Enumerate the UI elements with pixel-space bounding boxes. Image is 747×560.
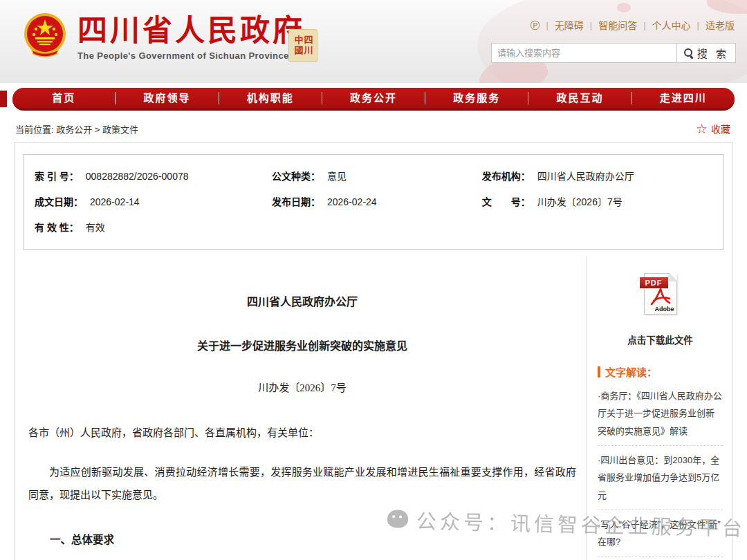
star-icon: ☆ xyxy=(696,122,708,136)
list-item[interactable]: ·四川出台意见：到2030年，全省服务业增加值力争达到5万亿元 xyxy=(598,446,723,510)
document-number: 川办发〔2026〕7号 xyxy=(28,380,576,394)
divider: | xyxy=(643,20,645,30)
search-button[interactable]: 搜 索 xyxy=(676,44,735,62)
adobe-label: Adobe xyxy=(655,306,674,312)
divider: | xyxy=(697,20,699,30)
search-button-label: 搜 索 xyxy=(697,46,729,60)
site-header: 四川省人民政府 The People's Government of Sichu… xyxy=(0,0,747,83)
main-navigation: 首页 政府领导 机构职能 政务公开 政务服务 政民互动 走进四川 xyxy=(12,88,735,111)
meta-written-date: 成文日期： 2026-02-14 xyxy=(35,194,272,208)
meta-document-number: 文 号： 川办发〔2026〕7号 xyxy=(482,194,712,208)
meta-issuing-agency: 发布机构： 四川省人民政府办公厅 xyxy=(482,169,712,183)
orange-bar-icon xyxy=(598,366,600,377)
breadcrumb[interactable]: 当前位置: 政务公开 > 政策文件 xyxy=(15,122,138,136)
pdf-badge: PDF xyxy=(640,277,668,288)
search-icon xyxy=(683,48,694,58)
favorite-label: 收藏 xyxy=(711,122,730,136)
nav-item-gov-services[interactable]: 政务服务 xyxy=(425,88,528,109)
document-body: 四川省人民政府办公厅 关于进一步促进服务业创新突破的实施意见 川办发〔2026〕… xyxy=(15,256,586,560)
pdf-download-block[interactable]: PDF Adobe 点击下载此文件 xyxy=(598,273,723,346)
nav-item-home[interactable]: 首页 xyxy=(12,88,115,109)
sichuan-map-silhouette xyxy=(617,3,631,12)
nav-item-gov-info-disclosure[interactable]: 政务公开 xyxy=(322,88,425,109)
seal-text: 中國 xyxy=(294,35,303,56)
sichuan-map-silhouette xyxy=(707,0,747,14)
sichuan-map-silhouette xyxy=(477,0,747,83)
link-accessibility[interactable]: 无障碍 xyxy=(555,18,584,32)
document-issuing-org: 四川省人民政府办公厅 xyxy=(28,292,576,309)
meta-validity: 有 效 性： 有效 xyxy=(35,220,272,234)
meta-publish-date: 发布日期： 2026-02-24 xyxy=(272,194,482,208)
document-metadata-table: 索 引 号： 008282882/2026-00078 公文种类： 意见 发布机… xyxy=(23,154,724,250)
document-salutation: 各市（州）人民政府，省政府各部门、各直属机构，有关单位： xyxy=(28,423,576,443)
national-emblem-icon xyxy=(24,11,66,59)
divider: | xyxy=(590,20,592,30)
pdf-file-icon[interactable]: PDF Adobe xyxy=(644,273,677,315)
document-paragraph: 为适应创新驱动发展、消费拉动经济增长需要，发挥服务业赋能产业发展和增进民生福祉重… xyxy=(28,461,576,508)
breadcrumb-row: 当前位置: 政务公开 > 政策文件 ☆ 收藏 xyxy=(15,122,730,136)
nav-item-government-leaders[interactable]: 政府领导 xyxy=(116,88,218,109)
site-subtitle: The People's Government of Sichuan Provi… xyxy=(77,50,305,61)
seal-text: 四川 xyxy=(304,35,313,56)
list-item[interactable]: ·写入“谷子经济”，这份文件“新”在哪? xyxy=(598,510,723,557)
list-item[interactable]: ·商务厅：《四川省人民政府办公厅关于进一步促进服务业创新突破的实施意见》解读 xyxy=(598,382,723,446)
nav-item-agency-functions[interactable]: 机构职能 xyxy=(219,88,322,109)
nav-item-about-sichuan[interactable]: 走进四川 xyxy=(632,88,735,109)
right-sidebar: PDF Adobe 点击下载此文件 文字解读： ·商务厅：《四川省人民政府办公厅… xyxy=(586,256,732,560)
circled-p-icon: ℗ xyxy=(530,19,540,32)
search-input[interactable] xyxy=(492,44,676,62)
topbar-links: ℗ | 无障碍 | 智能问答 | 个人中心 | 适老版 xyxy=(530,18,735,32)
interpretation-link-list: ·商务厅：《四川省人民政府办公厅关于进一步促进服务业创新突破的实施意见》解读 ·… xyxy=(598,382,723,557)
page-fold xyxy=(670,273,677,281)
section-heading-text-interpretation: 文字解读： xyxy=(598,364,723,379)
meta-index-number: 索 引 号： 008282882/2026-00078 xyxy=(35,169,272,183)
divider: | xyxy=(546,20,548,30)
section-heading: 一、总体要求 xyxy=(28,531,576,546)
meta-document-type: 公文种类： 意见 xyxy=(272,169,482,183)
link-smart-qa[interactable]: 智能问答 xyxy=(598,18,637,32)
link-personal-center[interactable]: 个人中心 xyxy=(652,18,691,32)
china-sichuan-seal-icon: 中國 四川 xyxy=(288,29,317,62)
favorite-button[interactable]: ☆ 收藏 xyxy=(696,122,730,136)
nav-item-public-interaction[interactable]: 政民互动 xyxy=(528,88,631,109)
download-file-link[interactable]: 点击下载此文件 xyxy=(598,333,723,346)
search-bar: 搜 索 xyxy=(491,43,736,63)
document-panel: 索 引 号： 008282882/2026-00078 公文种类： 意见 发布机… xyxy=(14,142,733,560)
link-elderly-version[interactable]: 适老版 xyxy=(706,18,735,32)
nav-edge-decoration xyxy=(0,91,7,107)
document-title: 关于进一步促进服务业创新突破的实施意见 xyxy=(28,337,576,353)
adobe-swirl-icon xyxy=(650,288,671,306)
site-title: 四川省人民政府 xyxy=(77,15,305,46)
